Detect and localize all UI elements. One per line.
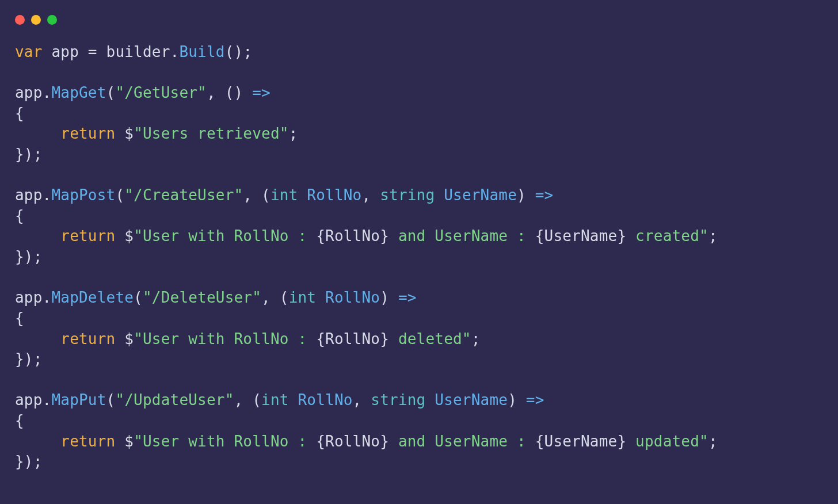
- code-editor[interactable]: var app = builder.Build(); app.MapGet("/…: [0, 25, 838, 472]
- code-line: {: [15, 412, 24, 429]
- code-line: app.MapGet("/GetUser", () =>: [15, 84, 271, 101]
- window-titlebar: [0, 0, 838, 25]
- window-maximize-button[interactable]: [47, 15, 57, 25]
- code-line: {: [15, 207, 24, 224]
- code-line: });: [15, 248, 43, 265]
- code-line: return $"Users retrieved";: [15, 125, 298, 142]
- code-line: });: [15, 146, 43, 163]
- code-line: app.MapPut("/UpdateUser", (int RollNo, s…: [15, 391, 544, 408]
- code-line: });: [15, 350, 43, 368]
- window-close-button[interactable]: [15, 15, 25, 25]
- code-line: var app = builder.Build();: [15, 43, 252, 60]
- code-line: {: [15, 105, 24, 122]
- window-minimize-button[interactable]: [31, 15, 41, 25]
- code-line: app.MapPost("/CreateUser", (int RollNo, …: [15, 186, 553, 204]
- code-line: });: [15, 453, 43, 470]
- code-window: var app = builder.Build(); app.MapGet("/…: [0, 0, 838, 504]
- code-line: return $"User with RollNo : {RollNo} and…: [15, 227, 718, 245]
- code-line: return $"User with RollNo : {RollNo} del…: [15, 330, 481, 348]
- code-line: {: [15, 310, 24, 327]
- code-line: app.MapDelete("/DeleteUser", (int RollNo…: [15, 289, 417, 306]
- code-line: return $"User with RollNo : {RollNo} and…: [15, 433, 718, 450]
